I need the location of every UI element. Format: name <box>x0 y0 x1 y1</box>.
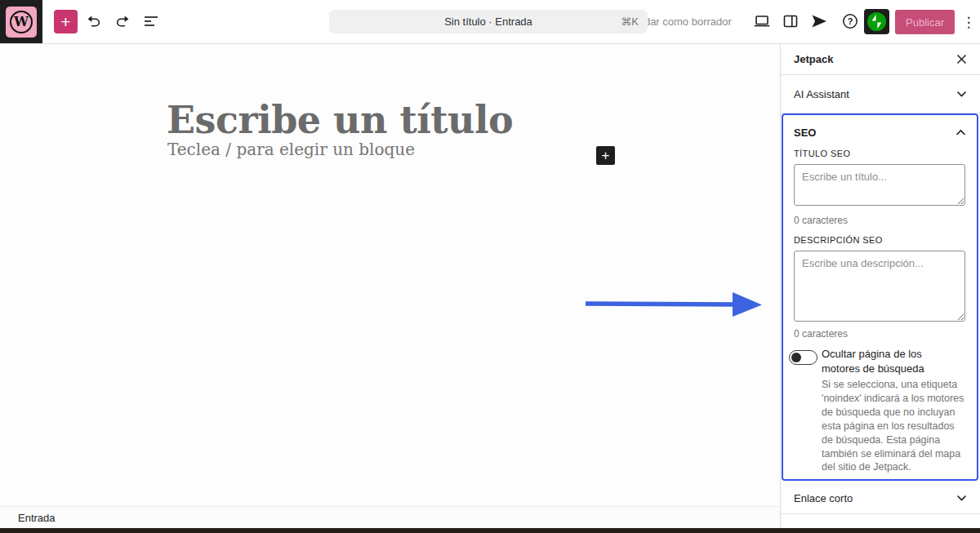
seo-section-toggle[interactable]: SEO <box>783 120 977 144</box>
annotation-arrow <box>574 288 764 322</box>
seo-description-counter: 0 caracteres <box>794 328 848 340</box>
ai-assistant-section-toggle[interactable]: AI Assistant <box>781 75 980 113</box>
settings-sidebar-icon[interactable] <box>781 11 800 31</box>
document-title: Sin título · Entrada <box>444 16 532 28</box>
help-icon[interactable]: ? <box>840 11 860 31</box>
ai-assistant-label: AI Assistant <box>794 88 849 100</box>
close-icon[interactable] <box>956 54 967 64</box>
seo-panel: SEO TÍTULO SEO 0 caracteres DESCRIPCIÓN … <box>782 113 978 481</box>
editor-topbar: W + Guardar como borrador Sin <box>0 0 980 44</box>
shortlink-label: Enlace corto <box>794 492 853 504</box>
wordpress-logo-background: W <box>6 7 37 38</box>
command-palette[interactable]: Sin título · Entrada ⌘K <box>329 10 648 33</box>
noindex-toggle-knob <box>791 353 801 362</box>
seo-title-counter: 0 caracteres <box>794 215 848 226</box>
chevron-down-icon <box>956 91 967 98</box>
wordpress-home-button[interactable]: W <box>0 0 42 43</box>
block-inserter-button[interactable]: + <box>54 10 78 33</box>
inline-block-inserter-button[interactable]: + <box>596 146 615 165</box>
seo-section-label: SEO <box>794 127 816 139</box>
post-title-input[interactable]: Escribe un título <box>167 98 513 142</box>
sidebar-header: Jetpack <box>781 44 980 75</box>
seo-title-input[interactable] <box>794 164 965 206</box>
publish-button[interactable]: Publicar <box>895 10 955 34</box>
preview-icon[interactable] <box>752 11 772 31</box>
empty-block-placeholder[interactable]: Teclea / para elegir un bloque <box>167 140 415 159</box>
noindex-label[interactable]: Ocultar página de los motores de búsqued… <box>822 347 962 376</box>
sidebar-title: Jetpack <box>794 53 833 65</box>
undo-icon[interactable] <box>84 11 104 31</box>
editor-footer: Entrada <box>0 506 780 528</box>
seo-title-label: TÍTULO SEO <box>794 149 850 158</box>
breadcrumb[interactable]: Entrada <box>18 512 56 524</box>
chevron-down-icon <box>956 495 967 502</box>
redo-icon[interactable] <box>113 11 132 31</box>
noindex-toggle[interactable] <box>789 350 817 365</box>
shortlink-section-toggle[interactable]: Enlace corto <box>781 482 980 514</box>
jetpack-sidebar: Jetpack AI Assistant SEO <box>780 44 980 528</box>
jetpack-plugin-button[interactable] <box>864 9 889 34</box>
document-overview-icon[interactable] <box>141 11 161 31</box>
command-shortcut: ⌘K <box>621 16 639 28</box>
options-menu-icon[interactable]: ⋮ <box>959 11 978 33</box>
jetpack-icon <box>867 12 886 31</box>
seo-description-label: DESCRIPCIÓN SEO <box>794 235 883 245</box>
editor-canvas: Escribe un título Teclea / para elegir u… <box>0 44 780 528</box>
window-bottom-edge <box>0 528 980 533</box>
noindex-help-text: Si se selecciona, una etiqueta 'noindex'… <box>822 378 967 474</box>
seo-description-input[interactable] <box>794 251 965 322</box>
wordpress-logo-icon: W <box>10 11 33 33</box>
chevron-up-icon <box>956 129 966 136</box>
send-icon[interactable] <box>809 11 829 31</box>
svg-text:?: ? <box>848 16 853 26</box>
wordpress-block-editor: W + Guardar como borrador Sin <box>0 0 980 533</box>
